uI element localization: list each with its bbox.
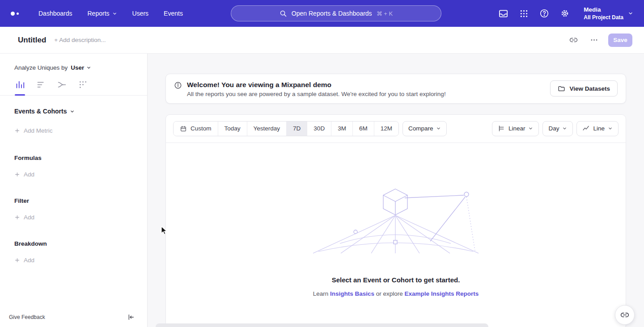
empty-state-illustration: [313, 188, 479, 255]
empty-state-subtitle: Learn Insights Basics or explore Example…: [166, 290, 626, 297]
project-name: Media: [584, 6, 623, 14]
compare-dropdown[interactable]: Compare: [402, 121, 447, 136]
breakdown-header: Breakdown: [14, 240, 147, 247]
settings-gear-icon[interactable]: [559, 8, 570, 19]
range-6m[interactable]: 6M: [353, 122, 374, 136]
chevron-down-icon: [628, 11, 633, 16]
range-today[interactable]: Today: [218, 122, 247, 136]
add-breakdown-button[interactable]: Add: [14, 257, 147, 264]
empty-state-title: Select an Event or Cohort to get started…: [166, 276, 626, 284]
date-range-segment: Custom Today Yesterday 7D 30D 3M 6M 12M: [173, 121, 399, 136]
tab-retention-icon[interactable]: [78, 80, 88, 95]
events-cohorts-label: Events & Cohorts: [14, 108, 67, 115]
chevron-down-icon: [436, 126, 441, 131]
formulas-label: Formulas: [14, 155, 42, 161]
search-placeholder: Open Reports & Dashboards: [292, 10, 372, 17]
filter-label: Filter: [14, 197, 29, 204]
range-yesterday-label: Yesterday: [254, 125, 280, 132]
nav-dashboards[interactable]: Dashboards: [38, 10, 72, 17]
tab-flows-icon[interactable]: [57, 80, 67, 95]
report-header: Untitled + Add description... Save: [0, 27, 644, 54]
chevron-down-icon: [562, 126, 567, 131]
report-title[interactable]: Untitled: [18, 36, 46, 45]
info-icon: [174, 81, 182, 89]
copy-link-icon[interactable]: [567, 34, 580, 46]
analyze-label: Analyze Uniques by: [14, 64, 68, 71]
nav-events[interactable]: Events: [164, 10, 183, 17]
add-metric-label: Add Metric: [24, 127, 53, 134]
welcome-banner: Welcome! You are viewing a Mixpanel demo…: [165, 74, 626, 104]
project-scope: All Project Data: [584, 14, 623, 21]
insights-basics-link[interactable]: Insights Basics: [330, 290, 374, 297]
project-text: Media All Project Data: [584, 6, 623, 21]
range-custom-label: Custom: [191, 125, 212, 132]
folder-icon: [558, 85, 565, 92]
chart-type-label: Line: [593, 125, 605, 132]
report-description-placeholder[interactable]: + Add description...: [54, 37, 106, 43]
plus-icon: [14, 128, 20, 134]
range-7d[interactable]: 7D: [287, 122, 307, 136]
sidebar-footer: Give Feedback: [0, 307, 147, 327]
nav-dashboards-label: Dashboards: [38, 10, 72, 17]
nav-events-label: Events: [164, 10, 183, 17]
banner-title: Welcome! You are viewing a Mixpanel demo: [187, 80, 446, 90]
events-cohorts-header[interactable]: Events & Cohorts: [14, 108, 147, 115]
give-feedback-link[interactable]: Give Feedback: [9, 314, 45, 320]
range-30d-label: 30D: [314, 125, 325, 132]
plus-icon: [14, 214, 20, 220]
chevron-down-icon: [528, 126, 533, 131]
range-3m-label: 3M: [338, 125, 346, 132]
formulas-section: Formulas Add: [0, 155, 147, 178]
search-icon: [280, 10, 287, 17]
chevron-down-icon: [112, 11, 117, 16]
apps-grid-icon[interactable]: [518, 8, 529, 19]
metric-type-tabs: [0, 71, 147, 96]
project-selector[interactable]: Media All Project Data: [584, 6, 633, 21]
view-datasets-label: View Datasets: [569, 85, 610, 92]
example-reports-link[interactable]: Example Insights Reports: [405, 290, 479, 297]
chevron-down-icon: [70, 109, 75, 114]
more-options-icon[interactable]: [588, 34, 600, 46]
save-button[interactable]: Save: [608, 34, 632, 47]
inbox-icon[interactable]: [498, 8, 508, 19]
help-icon[interactable]: [539, 8, 550, 19]
range-today-label: Today: [225, 125, 241, 132]
add-formula-button[interactable]: Add: [14, 171, 147, 178]
scale-dropdown[interactable]: Linear: [492, 121, 539, 136]
share-link-floating-button[interactable]: [615, 305, 635, 325]
collapse-sidebar-icon[interactable]: [127, 313, 136, 322]
line-chart-icon: [582, 125, 590, 132]
add-filter-button[interactable]: Add: [14, 214, 147, 221]
nav-reports[interactable]: Reports: [88, 10, 117, 17]
add-formula-label: Add: [24, 171, 34, 178]
chart-type-dropdown[interactable]: Line: [576, 121, 619, 136]
range-custom[interactable]: Custom: [174, 122, 218, 136]
chart-toolbar: Custom Today Yesterday 7D 30D 3M 6M 12M …: [166, 115, 626, 143]
toolbar-left: Custom Today Yesterday 7D 30D 3M 6M 12M …: [173, 121, 447, 136]
tab-insights-icon[interactable]: [15, 80, 25, 95]
range-3m[interactable]: 3M: [331, 122, 353, 136]
report-header-actions: Save: [567, 34, 632, 47]
interval-dropdown[interactable]: Day: [542, 121, 573, 136]
compare-label: Compare: [408, 125, 433, 132]
tab-bar-chart-icon[interactable]: [36, 80, 46, 95]
range-yesterday[interactable]: Yesterday: [247, 122, 287, 136]
scale-label: Linear: [508, 125, 525, 132]
banner-text: Welcome! You are viewing a Mixpanel demo…: [187, 80, 446, 97]
range-30d[interactable]: 30D: [307, 122, 331, 136]
global-search[interactable]: Open Reports & Dashboards ⌘ + K: [231, 5, 441, 21]
add-metric-button[interactable]: Add Metric: [14, 127, 147, 134]
subtitle-middle: or explore: [376, 290, 403, 297]
content-area: Analyze Uniques by User Events & Cohorts…: [0, 54, 644, 327]
primary-nav: Dashboards Reports Users Events: [38, 10, 183, 17]
toolbar-right: Linear Day Line: [492, 121, 619, 136]
link-icon: [620, 310, 629, 319]
analyze-by-dropdown[interactable]: User: [71, 64, 91, 71]
view-datasets-button[interactable]: View Datasets: [550, 80, 618, 96]
mixpanel-logo-icon[interactable]: [11, 12, 23, 16]
next-section-edge: [156, 323, 488, 327]
range-12m[interactable]: 12M: [374, 122, 398, 136]
nav-users[interactable]: Users: [132, 10, 149, 17]
top-nav: Dashboards Reports Users Events Open Rep…: [0, 0, 644, 27]
add-breakdown-label: Add: [24, 257, 34, 264]
